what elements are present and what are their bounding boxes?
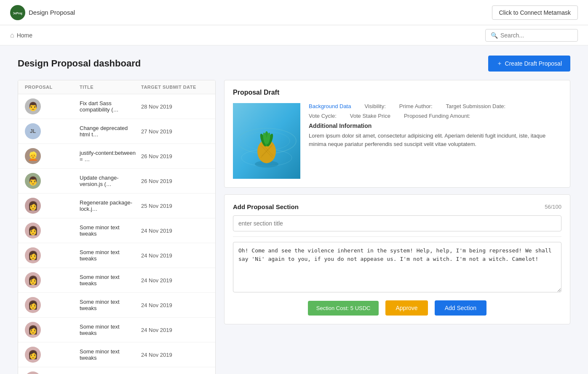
proposal-avatar-cell: 👩 [25, 198, 80, 214]
proposals-list: 👨 Fix dart Sass compatibility (… 28 Nov … [18, 94, 215, 374]
proposal-avatar-cell: 👩 [25, 247, 80, 263]
create-draft-button[interactable]: ＋ Create Draft Proposal [488, 56, 570, 72]
section-actions: Section Cost: 5 USDC Approve Add Section [233, 300, 561, 316]
background-data-label: Background Data [309, 103, 351, 109]
proposal-title: Some minor text tweaks [80, 299, 141, 311]
logo-icon: DeProp [10, 5, 25, 20]
table-row[interactable]: 👩 Some minor text tweaks 24 Nov 2019 [18, 367, 215, 374]
create-btn-label: Create Draft Proposal [505, 60, 562, 67]
visibility-label: Visibility: [364, 103, 385, 109]
proposal-draft-card: Proposal Draft [224, 80, 570, 188]
table-row[interactable]: 👩 Regenerate package-lock.j… 25 Nov 2019 [18, 194, 215, 218]
proposal-date: 24 Nov 2019 [141, 228, 208, 234]
proposal-date: 24 Nov 2019 [141, 327, 208, 333]
page-title: Design Proposal dashboard [18, 58, 141, 69]
avatar: JL [25, 123, 41, 139]
avatar: 👩 [25, 198, 41, 214]
search-input[interactable] [500, 32, 572, 39]
proposal-date: 24 Nov 2019 [141, 277, 208, 284]
home-label: Home [17, 32, 32, 39]
proposal-date: 26 Nov 2019 [141, 153, 208, 159]
proposal-avatar-cell: 👩 [25, 347, 80, 363]
content-row: PROPOSAL TITLE TARGET SUBMIT DATE 👨 Fix … [18, 80, 570, 374]
svg-text:DeProp: DeProp [13, 12, 22, 15]
section-cost-badge: Section Cost: 5 USDC [308, 301, 379, 316]
logo-area: DeProp Design Proposal [10, 5, 75, 20]
proposal-date: 24 Nov 2019 [141, 302, 208, 308]
top-bar: DeProp Design Proposal Click to Connect … [0, 0, 588, 25]
dashboard-header: Design Proposal dashboard ＋ Create Draft… [18, 56, 570, 72]
table-row[interactable]: 👩 Some minor text tweaks 24 Nov 2019 [18, 243, 215, 268]
avatar: 👱 [25, 148, 41, 164]
draft-title: Proposal Draft [233, 89, 561, 96]
plus-icon: ＋ [497, 60, 502, 67]
avatar: 👩 [25, 272, 41, 288]
target-submission-label: Target Submission Date: [446, 103, 506, 109]
proposal-avatar-cell: 👩 [25, 322, 80, 338]
add-section-button[interactable]: Add Section [435, 300, 487, 316]
table-header: PROPOSAL TITLE TARGET SUBMIT DATE [18, 80, 215, 94]
avatar: 👨 [25, 98, 41, 114]
table-row[interactable]: JL Change deprecated html t… 27 Nov 2019 [18, 119, 215, 144]
proposal-title: Some minor text tweaks [80, 324, 141, 336]
proposal-avatar-cell: 👩 [25, 272, 80, 288]
table-row[interactable]: 👨 Fix dart Sass compatibility (… 28 Nov … [18, 94, 215, 119]
proposal-avatar-cell: JL [25, 123, 80, 139]
connect-metamask-button[interactable]: Click to Connect Metamask [492, 5, 578, 20]
table-row[interactable]: 👩 Some minor text tweaks 24 Nov 2019 [18, 318, 215, 342]
additional-info-title: Additional Information [309, 122, 561, 129]
table-row[interactable]: 👩 Some minor text tweaks 24 Nov 2019 [18, 342, 215, 367]
add-section-card: Add Proposal Section 56/100 Section Cost… [224, 194, 570, 324]
proposal-date: 24 Nov 2019 [141, 252, 208, 259]
app-title: Design Proposal [29, 9, 75, 16]
meta-row-2: Vote Cycle: Vote Stake Price Proposed Fu… [309, 113, 561, 119]
col-header-title: TITLE [80, 85, 141, 90]
proposal-title: justify-content:between = … [80, 150, 141, 162]
add-section-title: Add Proposal Section [233, 203, 299, 210]
search-box: 🔍 [485, 29, 578, 42]
proposal-title: Some minor text tweaks [80, 224, 141, 237]
section-body-textarea[interactable] [233, 242, 561, 292]
vote-cycle-label: Vote Cycle: [309, 113, 337, 119]
proposal-date: 28 Nov 2019 [141, 103, 208, 110]
avatar: 👨 [25, 173, 41, 189]
proposal-avatar-cell: 👨 [25, 98, 80, 114]
char-count: 56/100 [545, 204, 561, 210]
additional-info-text: Lorem ipsum dolor sit amet, consectetur … [309, 132, 561, 148]
table-row[interactable]: 👨 Update change-version.js (… 26 Nov 201… [18, 169, 215, 194]
meta-row-1: Background Data Visibility: Prime Author… [309, 103, 561, 109]
col-header-date: TARGET SUBMIT DATE [141, 85, 208, 90]
avatar: 👩 [25, 322, 41, 338]
home-nav-item[interactable]: ⌂ Home [10, 32, 32, 39]
main-container: Design Proposal dashboard ＋ Create Draft… [8, 45, 580, 374]
proposal-avatar-cell: 👩 [25, 223, 80, 239]
proposal-date: 25 Nov 2019 [141, 203, 208, 209]
table-row[interactable]: 👩 Some minor text tweaks 24 Nov 2019 [18, 268, 215, 293]
section-title-input[interactable] [233, 215, 561, 231]
table-row[interactable]: 👩 Some minor text tweaks 24 Nov 2019 [18, 218, 215, 243]
avatar: 👩 [25, 223, 41, 239]
table-row[interactable]: 👱 justify-content:between = … 26 Nov 201… [18, 144, 215, 169]
proposal-date: 26 Nov 2019 [141, 178, 208, 184]
avatar: 👩 [25, 247, 41, 263]
proposal-title: Regenerate package-lock.j… [80, 199, 141, 212]
home-icon: ⌂ [10, 32, 14, 39]
proposal-title: Some minor text tweaks [80, 274, 141, 286]
avatar: 👩 [25, 347, 41, 363]
avatar: 👩 [25, 371, 41, 374]
section-card-header: Add Proposal Section 56/100 [233, 203, 561, 210]
proposal-date: 27 Nov 2019 [141, 128, 208, 135]
proposal-title: Some minor text tweaks [80, 249, 141, 262]
proposal-title: Fix dart Sass compatibility (… [80, 100, 141, 113]
proposal-title: Some minor text tweaks [80, 348, 141, 361]
proposal-avatar-cell: 👨 [25, 173, 80, 189]
proposal-avatar-cell: 👱 [25, 148, 80, 164]
prime-author-label: Prime Author: [399, 103, 433, 109]
proposal-title: Change deprecated html t… [80, 125, 141, 138]
table-row[interactable]: 👩 Some minor text tweaks 24 Nov 2019 [18, 293, 215, 318]
proposal-date: 24 Nov 2019 [141, 352, 208, 358]
vote-stake-price-label: Vote Stake Price [350, 113, 390, 119]
proposed-funding-label: Proposed Funding Amount: [404, 113, 470, 119]
nav-bar: ⌂ Home 🔍 [0, 25, 588, 45]
approve-button[interactable]: Approve [385, 300, 428, 316]
